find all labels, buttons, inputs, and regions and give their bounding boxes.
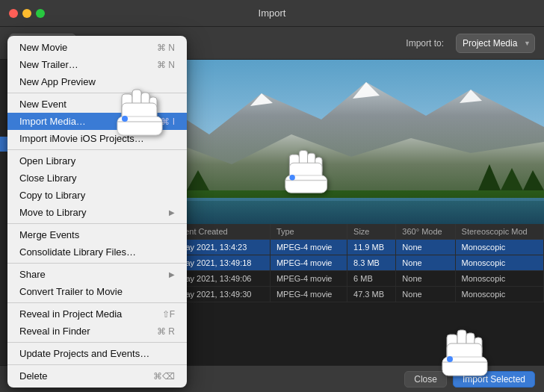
cell-type: MPEG-4 movie [270, 287, 347, 302]
col-type: Type [270, 224, 347, 240]
menu-item-merge-events[interactable]: Merge Events [7, 226, 187, 243]
menu-item-import-imovie[interactable]: Import iMovie iOS Projects… [7, 130, 187, 147]
menu-shortcut-reveal-finder: ⌘ R [157, 326, 175, 337]
menu-label-import-imovie: Import iMovie iOS Projects… [19, 133, 175, 144]
import-to-dropdown[interactable]: Project Media [456, 34, 535, 53]
menu-shortcut-reveal-project: ⇧F [162, 309, 175, 320]
menu-label-move-to-library: Move to Library [19, 207, 169, 218]
menu-shortcut-new-trailer: ⌘ N [157, 60, 175, 70]
menu-separator [7, 263, 187, 264]
menu-label-delete: Delete [19, 370, 138, 382]
menu-item-delete[interactable]: Delete⌘⌫ [7, 367, 187, 385]
menu-item-convert-trailer[interactable]: Convert Trailer to Movie [7, 283, 187, 300]
menu-item-import-media[interactable]: Import Media…⌘ I [7, 113, 187, 130]
menu-label-new-event: New Event [19, 99, 175, 110]
menu-item-reveal-finder[interactable]: Reveal in Finder⌘ R [7, 323, 187, 340]
menu-label-import-media: Import Media… [19, 116, 146, 127]
cell-size: 6 MB [347, 271, 396, 287]
menu-label-share: Share [19, 269, 169, 280]
cell-type: MPEG-4 movie [270, 255, 347, 271]
menu-item-new-trailer[interactable]: New Trailer…⌘ N [7, 56, 187, 73]
cell-mode360: None [396, 287, 455, 302]
menu-label-new-movie: New Movie [19, 42, 142, 53]
menu-item-reveal-project[interactable]: Reveal in Project Media⇧F [7, 305, 187, 323]
menu-item-open-library[interactable]: Open Library [7, 152, 187, 169]
cell-mode360: None [396, 255, 455, 271]
title-bar: Import [0, 0, 544, 27]
close-traffic-light[interactable] [9, 9, 18, 18]
menu-label-consolidate-library: Consolidate Library Files… [19, 246, 175, 258]
cell-mode360: None [396, 271, 455, 287]
menu-shortcut-new-movie: ⌘ N [157, 43, 175, 53]
col-stereo: Stereoscopic Mod [455, 224, 543, 240]
cell-stereo: Monoscopic [455, 271, 543, 287]
col-360-mode: 360° Mode [396, 224, 455, 240]
import-to-label: Import to: [406, 38, 444, 49]
menu-separator [7, 302, 187, 303]
menu-label-convert-trailer: Convert Trailer to Movie [19, 286, 175, 297]
menu-item-copy-to-library[interactable]: Copy to Library [7, 187, 187, 204]
cell-size: 8.3 MB [347, 255, 396, 271]
minimize-traffic-light[interactable] [22, 9, 31, 18]
menu-label-new-trailer: New Trailer… [19, 59, 142, 70]
context-menu: New Movie⌘ NNew Trailer…⌘ NNew App Previ… [7, 36, 187, 388]
menu-item-new-app-preview[interactable]: New App Preview [7, 73, 187, 90]
menu-label-open-library: Open Library [19, 155, 175, 167]
cell-type: MPEG-4 movie [270, 271, 347, 287]
menu-label-copy-to-library: Copy to Library [19, 190, 175, 201]
close-button[interactable]: Close [404, 371, 447, 388]
menu-item-new-movie[interactable]: New Movie⌘ N [7, 39, 187, 56]
menu-separator [7, 93, 187, 93]
menu-arrow-icon: ▶ [169, 270, 175, 279]
cell-mode360: None [396, 240, 455, 255]
import-to-dropdown-wrapper: Project Media ▼ [456, 34, 535, 53]
menu-label-close-library: Close Library [19, 172, 175, 184]
col-size: Size [347, 224, 396, 240]
menu-separator [7, 223, 187, 224]
cell-stereo: Monoscopic [455, 240, 543, 255]
menu-label-update-projects: Update Projects and Events… [19, 348, 175, 359]
menu-shortcut-delete: ⌘⌫ [153, 371, 175, 382]
menu-item-close-library[interactable]: Close Library [7, 169, 187, 187]
menu-separator [7, 342, 187, 343]
menu-item-consolidate-library[interactable]: Consolidate Library Files… [7, 243, 187, 261]
cell-size: 11.9 MB [347, 240, 396, 255]
menu-item-share[interactable]: Share▶ [7, 266, 187, 283]
traffic-lights [9, 9, 45, 18]
menu-item-new-event[interactable]: New Event [7, 96, 187, 113]
menu-item-update-projects[interactable]: Update Projects and Events… [7, 345, 187, 362]
maximize-traffic-light[interactable] [36, 9, 45, 18]
menu-arrow-icon: ▶ [169, 208, 175, 217]
dialog-title: Import [259, 7, 286, 19]
menu-label-reveal-finder: Reveal in Finder [19, 326, 142, 337]
menu-separator [7, 149, 187, 150]
menu-shortcut-import-media: ⌘ I [161, 116, 175, 127]
cell-size: 47.3 MB [347, 287, 396, 302]
menu-separator [7, 364, 187, 365]
cell-stereo: Monoscopic [455, 287, 543, 302]
menu-label-new-app-preview: New App Preview [19, 76, 175, 87]
menu-label-merge-events: Merge Events [19, 229, 175, 240]
cell-stereo: Monoscopic [455, 255, 543, 271]
import-selected-button[interactable]: Import Selected [453, 371, 535, 388]
cell-type: MPEG-4 movie [270, 240, 347, 255]
menu-label-reveal-project: Reveal in Project Media [19, 308, 147, 320]
menu-item-move-to-library[interactable]: Move to Library▶ [7, 204, 187, 221]
